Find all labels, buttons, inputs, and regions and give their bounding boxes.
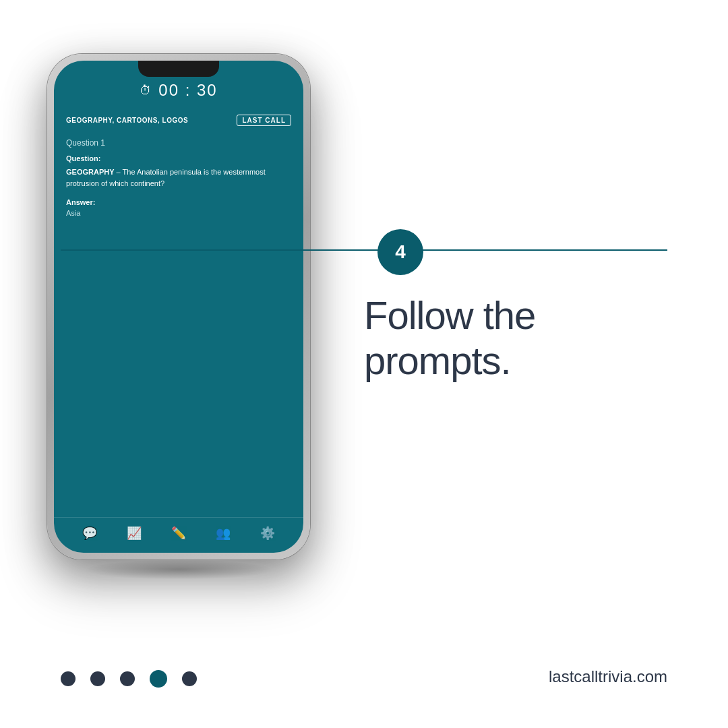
website-url: lastcalltrivia.com	[549, 667, 667, 686]
nav-chat-icon[interactable]: 💬	[82, 526, 97, 541]
answer-text: Asia	[66, 209, 291, 217]
phone-content: ⏱ 00 : 30 GEOGRAPHY, CARTOONS, LOGOS LAS…	[54, 61, 303, 553]
phone-mockup: ⏱ 00 : 30 GEOGRAPHY, CARTOONS, LOGOS LAS…	[47, 54, 310, 559]
main-text-line2: prompts.	[364, 338, 535, 384]
phone-screen: ⏱ 00 : 30 GEOGRAPHY, CARTOONS, LOGOS LAS…	[54, 61, 303, 553]
category-row: GEOGRAPHY, CARTOONS, LOGOS LAST CALL	[54, 109, 303, 133]
phone-notch	[138, 61, 219, 77]
phone-shadow	[84, 559, 273, 580]
divider-line	[61, 249, 667, 251]
dot-3	[120, 671, 135, 686]
question-text-bold: GEOGRAPHY	[66, 168, 115, 176]
nav-team-icon[interactable]: 👥	[216, 526, 231, 541]
question-label: Question:	[66, 154, 291, 162]
answer-label: Answer:	[66, 198, 291, 206]
last-call-badge: LAST CALL	[237, 115, 291, 126]
dot-4-active	[150, 670, 167, 688]
question-text: GEOGRAPHY – The Anatolian peninsula is t…	[66, 166, 291, 189]
main-text: Follow the prompts.	[364, 293, 535, 383]
nav-settings-icon[interactable]: ⚙️	[260, 526, 275, 541]
question-content: Question 1 Question: GEOGRAPHY – The Ana…	[54, 133, 303, 517]
nav-chart-icon[interactable]: 📈	[127, 526, 142, 541]
question-number: Question 1	[66, 138, 291, 148]
step-circle: 4	[377, 229, 423, 275]
dot-2	[90, 671, 105, 686]
timer-icon: ⏱	[140, 84, 152, 98]
category-label: GEOGRAPHY, CARTOONS, LOGOS	[66, 117, 188, 124]
main-text-line1: Follow the	[364, 293, 535, 338]
timer-text: 00 : 30	[158, 81, 217, 100]
step-number: 4	[395, 241, 406, 263]
dot-indicators	[61, 670, 197, 688]
phone-outer: ⏱ 00 : 30 GEOGRAPHY, CARTOONS, LOGOS LAS…	[47, 54, 310, 559]
dot-1	[61, 671, 75, 686]
dot-5	[182, 671, 197, 686]
bottom-nav: 💬 📈 ✏️ 👥 ⚙️	[54, 517, 303, 553]
nav-edit-icon[interactable]: ✏️	[171, 526, 186, 541]
